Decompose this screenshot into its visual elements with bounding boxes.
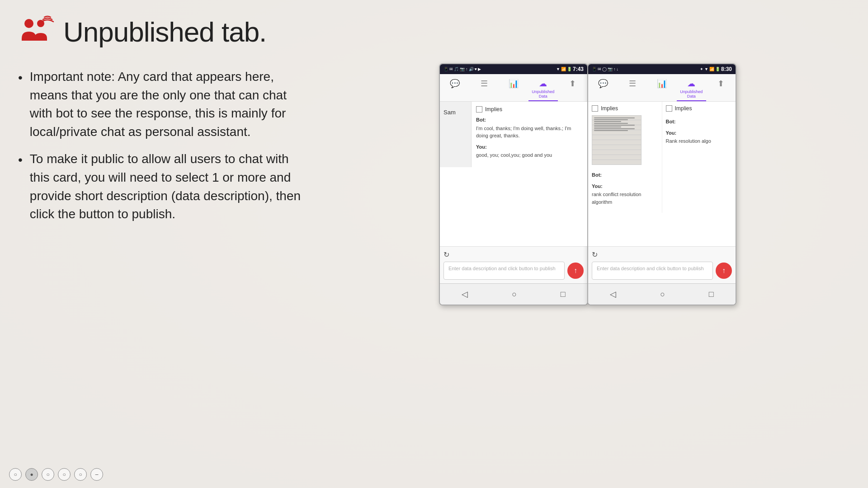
pres-btn-3[interactable]: ○ (42, 468, 54, 481)
phone1-implies-checkbox[interactable] (476, 106, 482, 113)
phone1-publish-input[interactable]: Enter data description and click button … (443, 262, 565, 280)
phone1-bot-message: I'm cool, thanks; I'm doing well, thanks… (476, 125, 583, 140)
phone1-back-btn[interactable]: ◁ (456, 287, 473, 301)
phone2-icon6: ↓ (617, 67, 619, 71)
phone1-time: 7:43 (573, 66, 584, 72)
handwriting-lines (594, 117, 639, 163)
phone1-nav-bar: ◁ ○ □ (440, 283, 587, 305)
phone2-recent-btn[interactable]: □ (703, 288, 719, 301)
phone2-cloud-icon: ⬆ (717, 79, 724, 89)
phone2-signal: 📶 (709, 67, 714, 71)
phone2-tab-upload[interactable]: ⬆ (706, 76, 736, 101)
phone1-publish-btn-icon: ↑ (574, 267, 577, 275)
hw-line-1 (594, 117, 635, 118)
phone2-publish-input[interactable]: Enter data description and click button … (592, 262, 713, 280)
phone1-tab-chart[interactable]: 📊 (499, 76, 528, 101)
phone1-wifi: ▼ (556, 67, 560, 71)
phone1-tab-chat[interactable]: 💬 (440, 76, 469, 101)
phone2-right-icons: ✦ ▼ 📶 🔋 8:30 (700, 66, 732, 72)
phone1-nav-tabs: 💬 ☰ 📊 ☁ Unpublished Data ⬆ (440, 74, 587, 102)
phone2-col2-you-label: You: (666, 129, 732, 137)
phone2-input-row: Enter data description and click button … (592, 262, 732, 280)
phone2-col2-implies-row: Implies (666, 105, 732, 112)
phone1-you-message: good, you; cool,you; good and you (476, 151, 583, 159)
phone2-col2-messages: Bot: You: Rank resolution algo (666, 118, 732, 209)
phone1-publish-button[interactable]: ↑ (567, 263, 584, 279)
phone2-chat-icon: 💬 (598, 79, 608, 89)
bullet-text-2: To make it public to allow all users to … (30, 150, 307, 223)
phone1-chart-icon: 📊 (509, 79, 519, 89)
phone1-input-row: Enter data description and click button … (443, 262, 584, 280)
phone2-col1-implies-label: Implies (601, 105, 618, 112)
phone1-refresh-icon[interactable]: ↻ (443, 250, 449, 259)
phone2-refresh-icon[interactable]: ↻ (592, 250, 598, 259)
phone2-icon5: ↑ (613, 67, 616, 71)
phone2-tab-chat[interactable]: 💬 (588, 76, 618, 101)
phone2-col2-checkbox[interactable] (666, 105, 672, 112)
phone1-tab-unpublished-label: Unpublished Data (530, 89, 556, 99)
phone2-tab-chart[interactable]: 📊 (647, 76, 676, 101)
phone1-icon6: 🔊 (469, 67, 474, 71)
phone2-col1-messages: Bot: You: rank conflict resolution algor… (592, 171, 658, 209)
page-title: Unpublished tab. (63, 16, 266, 48)
phone2-wifi: ▼ (704, 67, 708, 71)
phones-area: 📱 ✉ 🎵 📷 ↑ 🔊 ♥ ▶ ▼ 📶 🔋 7:43 (326, 63, 850, 474)
pres-btn-1[interactable]: ○ (9, 468, 22, 481)
phone1-content: Sam Implies Bot: I'm cool, thanks; I'm d… (440, 102, 587, 246)
phone2-status-bar: 📱 ✉ ◯ 📷 ↑ ↓ ✦ ▼ 📶 🔋 8:30 (588, 64, 736, 74)
phone1-icon3: 🎵 (454, 67, 459, 71)
phone2-col1-checkbox[interactable] (592, 105, 598, 112)
phone2-time: 8:30 (721, 66, 732, 72)
phone2-bottom-bar: ↻ Enter data description and click butto… (588, 246, 736, 283)
phone1-upload-icon: ☁ (539, 79, 547, 89)
phone1-tab-unpublished[interactable]: ☁ Unpublished Data (528, 76, 558, 101)
bullet-dot-2: • (18, 151, 23, 169)
phone1-chat-messages: Bot: I'm cool, thanks; I'm doing well, t… (476, 116, 583, 163)
pres-btn-2[interactable]: ● (25, 468, 38, 481)
phone1-battery: 🔋 (567, 67, 572, 71)
phone2-left-icons: 📱 ✉ ◯ 📷 ↑ ↓ (592, 67, 618, 71)
phone1-recent-btn[interactable]: □ (555, 288, 571, 301)
phone2-bluetooth: ✦ (700, 67, 703, 71)
hw-line-6 (594, 127, 621, 127)
hw-line-5 (594, 125, 635, 126)
phone1-user-name: Sam (443, 109, 456, 116)
phone2-chart-icon: 📊 (657, 79, 667, 89)
pres-btn-6[interactable]: – (90, 468, 103, 481)
phone1-icon2: ✉ (449, 67, 453, 71)
phone2-nav-tabs: 💬 ☰ 📊 ☁ Unpublished Data ⬆ (588, 74, 736, 102)
phone2-icon1: 📱 (592, 67, 597, 71)
phone1-tab-upload[interactable]: ⬆ (558, 76, 587, 101)
phone2-publish-button[interactable]: ↑ (716, 263, 732, 279)
phone1-cards-area: Sam Implies Bot: I'm cool, thanks; I'm d… (440, 102, 587, 167)
phone2-home-btn[interactable]: ○ (655, 288, 670, 301)
phone1-card-main: Implies Bot: I'm cool, thanks; I'm doing… (472, 102, 587, 167)
phone1-bot-label: Bot: (476, 116, 583, 124)
phone1-status-bar: 📱 ✉ 🎵 📷 ↑ 🔊 ♥ ▶ ▼ 📶 🔋 7:43 (440, 64, 587, 74)
phone2-list-icon: ☰ (629, 79, 636, 89)
svg-point-0 (24, 19, 33, 28)
bullet-text-1: Important note: Any card that appears he… (30, 68, 307, 141)
phone1-home-btn[interactable]: ○ (506, 288, 522, 301)
phone2-tab-unpublished-label: Unpublished Data (679, 89, 704, 99)
pres-btn-5[interactable]: ○ (74, 468, 87, 481)
phone1-tab-list[interactable]: ☰ (469, 76, 499, 101)
header: Unpublished tab. (18, 14, 850, 50)
pres-btn-4[interactable]: ○ (58, 468, 71, 481)
bullet-2: • To make it public to allow all users t… (18, 150, 307, 223)
phone2-tab-unpublished[interactable]: ☁ Unpublished Data (677, 76, 706, 101)
phone2-tab-list[interactable]: ☰ (618, 76, 647, 101)
phone1-bottom-bar: ↻ Enter data description and click butto… (440, 246, 587, 283)
hw-line-7 (594, 128, 635, 129)
phone2-col1: Implies (588, 102, 662, 213)
phone1-implies-label: Implies (485, 106, 502, 113)
phone1-right-icons: ▼ 📶 🔋 7:43 (556, 66, 584, 72)
phone1-left-icons: 📱 ✉ 🎵 📷 ↑ 🔊 ♥ ▶ (443, 67, 481, 71)
phone1-signal: 📶 (561, 67, 566, 71)
bullet-dot-1: • (18, 69, 23, 86)
phone1-cloud-icon: ⬆ (569, 79, 576, 89)
phone1-implies-row: Implies (476, 106, 583, 113)
phone2-publish-btn-icon: ↑ (722, 267, 726, 275)
phone2-back-btn[interactable]: ◁ (604, 287, 622, 301)
hw-line-3 (594, 121, 621, 122)
